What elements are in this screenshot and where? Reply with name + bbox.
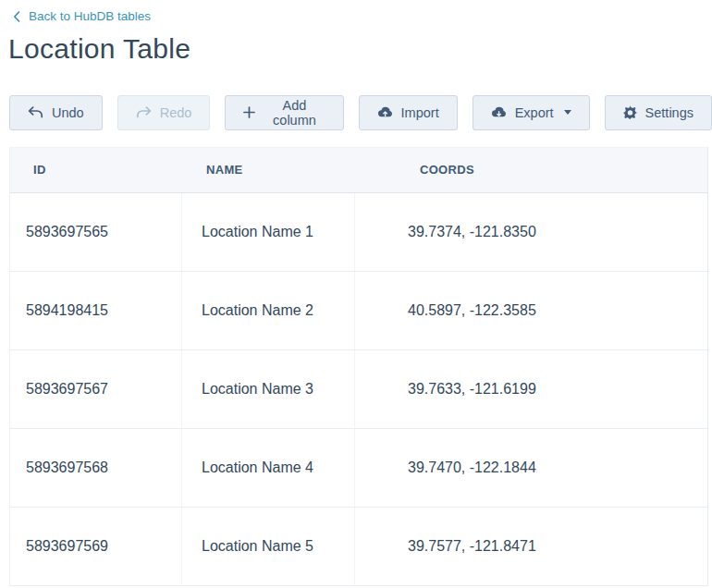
column-header-name[interactable]: NAME (182, 163, 355, 177)
page-title: Location Table (8, 33, 712, 65)
cell-coords[interactable]: 39.7374, -121.8350 (355, 193, 707, 271)
cell-id[interactable]: 5894198415 (10, 272, 182, 349)
import-button[interactable]: Import (359, 95, 458, 130)
plus-icon (243, 106, 255, 118)
cell-name[interactable]: Location Name 4 (182, 429, 355, 507)
cell-coords[interactable]: 39.7633, -121.6199 (355, 350, 707, 428)
settings-button-label: Settings (645, 105, 694, 120)
column-header-coords[interactable]: COORDS (355, 163, 707, 177)
chevron-left-icon (13, 11, 20, 22)
cell-coords[interactable]: 40.5897, -122.3585 (355, 272, 707, 349)
cell-coords[interactable]: 39.7470, -122.1844 (355, 429, 707, 507)
cell-name[interactable]: Location Name 3 (182, 350, 355, 428)
table-row[interactable]: 5893697565 Location Name 1 39.7374, -121… (10, 193, 707, 272)
back-to-hubdb-link[interactable]: Back to HubDB tables (13, 9, 151, 23)
table-row[interactable]: 5893697569 Location Name 5 39.7577, -121… (10, 508, 707, 586)
cell-id[interactable]: 5893697565 (10, 193, 182, 271)
redo-arrow-icon (136, 106, 152, 118)
undo-button-label: Undo (52, 105, 84, 120)
cell-name[interactable]: Location Name 5 (182, 508, 355, 585)
cell-id[interactable]: 5893697568 (10, 429, 182, 507)
gear-icon (623, 105, 637, 119)
caret-down-icon (564, 110, 571, 115)
column-header-id[interactable]: ID (10, 163, 182, 177)
hubdb-table: ID NAME COORDS 5893697565 Location Name … (9, 147, 708, 586)
undo-button[interactable]: Undo (9, 95, 103, 130)
cell-coords[interactable]: 39.7577, -121.8471 (355, 508, 707, 585)
redo-button[interactable]: Redo (117, 95, 211, 130)
cloud-download-icon (491, 106, 507, 118)
redo-button-label: Redo (160, 105, 192, 120)
table-row[interactable]: 5893697567 Location Name 3 39.7633, -121… (10, 350, 707, 429)
table-row[interactable]: 5893697568 Location Name 4 39.7470, -122… (10, 429, 707, 508)
import-button-label: Import (401, 105, 439, 120)
toolbar: Undo Redo Add column Import Export (9, 95, 712, 130)
cell-id[interactable]: 5893697569 (10, 508, 182, 585)
settings-button[interactable]: Settings (605, 95, 712, 130)
cell-name[interactable]: Location Name 2 (182, 272, 355, 349)
cell-name[interactable]: Location Name 1 (182, 193, 355, 271)
add-column-button[interactable]: Add column (225, 95, 343, 130)
back-link-label: Back to HubDB tables (29, 9, 151, 23)
undo-arrow-icon (28, 106, 43, 118)
table-row[interactable]: 5894198415 Location Name 2 40.5897, -122… (10, 272, 707, 350)
export-button-label: Export (515, 105, 554, 120)
cell-id[interactable]: 5893697567 (10, 350, 182, 428)
table-header-row: ID NAME COORDS (10, 147, 707, 193)
cloud-upload-icon (377, 106, 393, 118)
export-button[interactable]: Export (473, 95, 590, 130)
add-column-button-label: Add column (264, 98, 325, 128)
